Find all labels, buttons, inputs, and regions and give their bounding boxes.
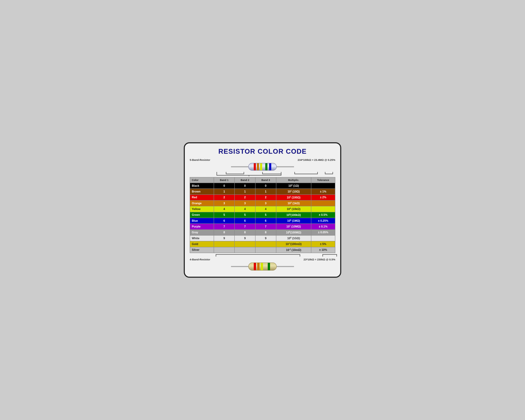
table-row-purple: Purple 7 7 7 107 (10MΩ) ± 0.1%: [190, 224, 335, 229]
table-row-blue: Blue 6 6 6 106 (1MΩ) ± 0.25%: [190, 218, 335, 224]
cell-tol-blue: ± 0.25%: [311, 218, 335, 224]
cell-tol-gold: ± 5%: [311, 241, 335, 247]
band5-resistor-svg: [231, 162, 294, 171]
table-row-gray: Gray 8 8 8 108(100MΩ) ± 0.05%: [190, 230, 335, 235]
cell-color-red: Red: [190, 195, 214, 200]
cell-color-gray: Gray: [190, 230, 214, 235]
cell-band3-blue: 6: [255, 218, 276, 224]
band4-formula: 23*10kΩ = 230kΩ @ 0.5%: [304, 258, 335, 261]
cell-band2-red: 2: [234, 195, 255, 200]
cell-color-white: White: [190, 235, 214, 241]
cell-band3-yellow: 4: [255, 206, 276, 212]
cell-band1-black: 0: [214, 183, 235, 189]
cell-band3-purple: 7: [255, 224, 276, 229]
page-title: RESISTOR COLOR CODE: [190, 148, 335, 155]
cell-band1-purple: 7: [214, 224, 235, 229]
cell-color-blue: Blue: [190, 218, 214, 224]
cell-tol-white: [311, 235, 335, 241]
cell-multi-blue: 106 (1MΩ): [276, 218, 311, 224]
cell-multi-orange: 103 (1kΩ): [276, 200, 311, 206]
cell-multi-green: 105(100kΩ): [276, 212, 311, 218]
cell-band1-green: 5: [214, 212, 235, 218]
cell-multi-gray: 108(100MΩ): [276, 230, 311, 235]
cell-tol-red: ± 2%: [311, 195, 335, 200]
table-row-green: Green 5 5 5 105(100kΩ) ± 0.5%: [190, 212, 335, 218]
cell-band2-blue: 6: [234, 218, 255, 224]
cell-band3-gold: [255, 241, 276, 247]
cell-color-yellow: Yellow: [190, 206, 214, 212]
cell-band3-black: 0: [255, 183, 276, 189]
cell-band1-blue: 6: [214, 218, 235, 224]
cell-band2-white: 9: [234, 235, 255, 241]
cell-band1-yellow: 4: [214, 206, 235, 212]
cell-tol-silver: ± 10%: [311, 247, 335, 253]
table-row-silver: Silver 10-2 (10mΩ) ± 10%: [190, 247, 335, 253]
band5-section: 5-Band-Resistor 234*100kΩ = 23.4MΩ @ 0.2…: [190, 158, 335, 161]
cell-color-green: Green: [190, 212, 214, 218]
cell-band2-black: 0: [234, 183, 255, 189]
band5-formula: 234*100kΩ = 23.4MΩ @ 0.25%: [298, 158, 335, 161]
svg-rect-7: [269, 163, 271, 170]
table-row-yellow: Yellow 4 4 4 104 (10kΩ): [190, 206, 335, 212]
cell-multi-yellow: 104 (10kΩ): [276, 206, 311, 212]
cell-band2-silver: [234, 247, 255, 253]
svg-rect-3: [254, 163, 256, 170]
cell-color-brown: Brown: [190, 189, 214, 195]
svg-rect-6: [265, 163, 267, 170]
table-body: Black 0 0 0 100 (1Ω) Brown 1 1 1 101 (10…: [190, 183, 335, 253]
cell-multi-white: 109 (1GΩ): [276, 235, 311, 241]
cell-band1-gray: 8: [214, 230, 235, 235]
cell-band1-red: 2: [214, 195, 235, 200]
cell-multi-red: 102 (100Ω): [276, 195, 311, 200]
table-row-orange: Orange 3 3 3 103 (1kΩ): [190, 200, 335, 206]
cell-tol-gray: ± 0.05%: [311, 230, 335, 235]
table-header-row: Color Band 1 Band 2 Band 3 Multiplic. To…: [190, 177, 335, 183]
cell-tol-purple: ± 0.1%: [311, 224, 335, 229]
svg-rect-13: [254, 263, 256, 270]
band4-label: 4-Band-Resistor: [190, 258, 210, 261]
cell-tol-yellow: [311, 206, 335, 212]
cell-color-silver: Silver: [190, 247, 214, 253]
cell-multi-black: 100 (1Ω): [276, 183, 311, 189]
cell-band3-brown: 1: [255, 189, 276, 195]
cell-color-black: Black: [190, 183, 214, 189]
cell-tol-black: [311, 183, 335, 189]
color-table: Color Band 1 Band 2 Band 3 Multiplic. To…: [190, 177, 335, 253]
svg-rect-5: [260, 163, 262, 170]
bracket-4band-svg: [190, 253, 340, 257]
cell-band1-orange: 3: [214, 200, 235, 206]
table-row-white: White 9 9 9 109 (1GΩ): [190, 235, 335, 241]
cell-tol-green: ± 0.5%: [311, 212, 335, 218]
cell-band1-silver: [214, 247, 235, 253]
svg-rect-14: [257, 263, 260, 270]
cell-band3-red: 2: [255, 195, 276, 200]
card: RESISTOR COLOR CODE 5-Band-Resistor 234*…: [184, 142, 341, 278]
cell-color-purple: Purple: [190, 224, 214, 229]
bracket-4band: [190, 253, 335, 257]
table-row-red: Red 2 2 2 102 (100Ω) ± 2%: [190, 195, 335, 200]
bracket-5band: [190, 171, 335, 176]
cell-band2-gray: 8: [234, 230, 255, 235]
band5-resistor: [190, 162, 335, 171]
cell-band1-brown: 1: [214, 189, 235, 195]
svg-rect-15: [261, 263, 263, 270]
band4-section: 4-Band-Resistor 23*10kΩ = 230kΩ @ 0.5%: [190, 258, 335, 261]
svg-rect-4: [257, 163, 259, 170]
cell-band2-purple: 7: [234, 224, 255, 229]
header-multiplic: Multiplic.: [276, 177, 311, 183]
cell-band3-green: 5: [255, 212, 276, 218]
cell-band3-silver: [255, 247, 276, 253]
cell-tol-brown: ± 1%: [311, 189, 335, 195]
band4-resistor: [190, 261, 335, 272]
cell-color-orange: Orange: [190, 200, 214, 206]
cell-band2-brown: 1: [234, 189, 255, 195]
cell-band3-white: 9: [255, 235, 276, 241]
header-band3: Band 3: [255, 177, 276, 183]
table-row-black: Black 0 0 0 100 (1Ω): [190, 183, 335, 189]
cell-band2-yellow: 4: [234, 206, 255, 212]
header-band1: Band 1: [214, 177, 235, 183]
svg-rect-16: [268, 263, 270, 270]
cell-tol-orange: [311, 200, 335, 206]
header-tolerance: Tolerance: [311, 177, 335, 183]
cell-band3-gray: 8: [255, 230, 276, 235]
